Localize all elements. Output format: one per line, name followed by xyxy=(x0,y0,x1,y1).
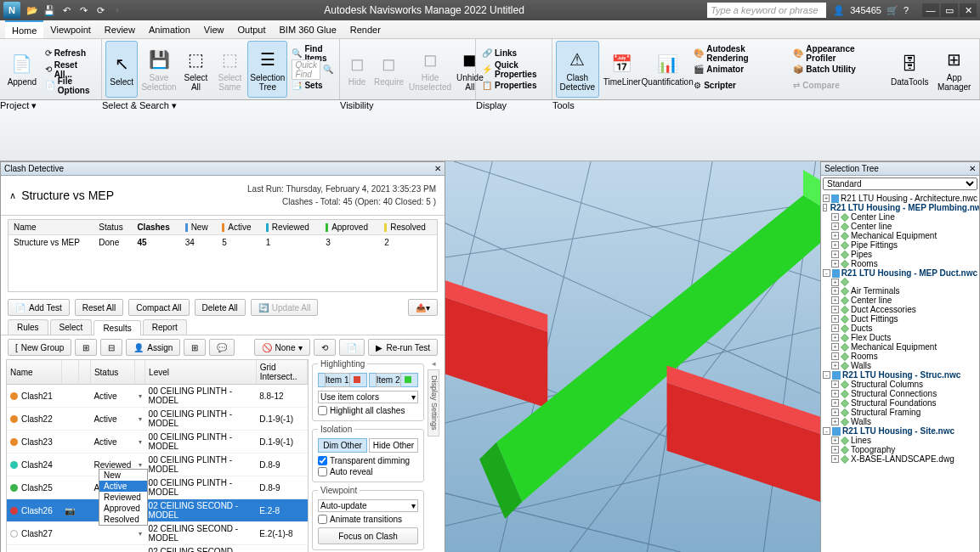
search-box[interactable]: Type a keyword or phrase xyxy=(707,3,826,18)
tree-node[interactable]: +Structural Framing xyxy=(823,408,977,417)
dim-other-toggle[interactable]: Dim Other xyxy=(318,438,367,453)
tree-node[interactable]: +Mechanical Equipment xyxy=(823,342,977,352)
tree-node[interactable]: +Walls xyxy=(823,417,977,426)
item1-toggle[interactable]: Item 1 xyxy=(318,373,367,387)
tree-node[interactable]: -R21 LTU Housing - MEP Plumbing.nwc xyxy=(823,203,977,212)
menu-animation[interactable]: Animation xyxy=(142,20,197,38)
refresh-button[interactable]: ⟳ Refresh xyxy=(42,46,98,61)
append-button[interactable]: 📄Append xyxy=(3,41,41,98)
display-settings-tab[interactable]: Display Settings xyxy=(428,369,439,437)
group-exp-button[interactable]: ⊞ xyxy=(75,339,97,356)
tree-node[interactable]: +X-BASE-LANDSCAPE.dwg xyxy=(823,454,977,464)
app-manager-button[interactable]: ⊞App Manager xyxy=(932,41,976,98)
tree-node[interactable]: +Structural Columns xyxy=(823,380,977,389)
status-option[interactable]: Resolved xyxy=(99,514,147,525)
auto-reveal-checkbox[interactable] xyxy=(318,467,327,476)
datatools-button[interactable]: 🗄DataTools xyxy=(888,41,932,98)
properties-button[interactable]: 📋 Properties xyxy=(479,78,548,93)
isolate-button[interactable]: ⟲ xyxy=(314,339,336,356)
quick-find-input[interactable]: Quick Find xyxy=(292,59,320,80)
animate-transitions-checkbox[interactable] xyxy=(318,515,327,524)
qat-open-icon[interactable]: 📂 xyxy=(25,3,39,17)
highlight-all-checkbox[interactable] xyxy=(318,406,327,415)
3d-viewport[interactable] xyxy=(445,161,820,552)
group-col-button[interactable]: ⊟ xyxy=(100,339,122,356)
animator-button[interactable]: 🎬 Animator xyxy=(691,62,789,77)
status-option[interactable]: New xyxy=(99,470,147,481)
tree-node[interactable]: +Center line xyxy=(823,296,977,305)
sets-button[interactable]: 📑 Sets xyxy=(289,78,336,93)
signin-icon[interactable]: 👤 xyxy=(833,5,845,16)
tab-results[interactable]: Results xyxy=(93,320,140,335)
tree-node[interactable]: +Pipe Fittings xyxy=(823,240,977,250)
item2-toggle[interactable]: Item 2 xyxy=(369,373,418,387)
quick-properties-button[interactable]: ⚡ Quick Properties xyxy=(479,62,548,77)
tree-node[interactable]: +Duct Fittings xyxy=(823,314,977,324)
clash-detective-button[interactable]: ⚠Clash Detective xyxy=(556,41,599,98)
qat-redo-icon[interactable]: ↷ xyxy=(76,3,90,17)
tree-node[interactable]: +Walls xyxy=(823,361,977,370)
scripter-button[interactable]: ⚙ Scripter xyxy=(691,78,789,93)
clash-row[interactable]: Clash23Active▾00 CEILING PLINTH - MODELD… xyxy=(7,431,308,453)
viewpoint-mode-select[interactable]: Auto-update ▾ xyxy=(318,499,418,512)
tree-close-icon[interactable]: ✕ xyxy=(969,164,976,173)
tree-node[interactable]: +Center line xyxy=(823,222,977,231)
tree-node[interactable]: +Flex Ducts xyxy=(823,333,977,342)
selection-tree-button[interactable]: ☰Selection Tree xyxy=(247,41,287,98)
clash-row[interactable]: Clash27▾02 CEILING SECOND - MODELE.2(-1)… xyxy=(7,522,308,545)
tree-node[interactable]: +Structural Foundations xyxy=(823,398,977,408)
menu-bim 360 glue[interactable]: BIM 360 Glue xyxy=(273,20,343,38)
focus-on-clash-button[interactable]: Focus on Clash xyxy=(318,527,418,544)
tree-node[interactable]: +Rooms xyxy=(823,352,977,361)
clash-row[interactable]: Clash22Active▾00 CEILING PLINTH - MODELD… xyxy=(7,408,308,431)
none-filter-button[interactable]: 🚫 None ▾ xyxy=(254,339,311,356)
status-option[interactable]: Reviewed xyxy=(99,492,147,503)
collapse-icon[interactable]: ∧ xyxy=(9,190,16,201)
status-option[interactable]: Approved xyxy=(99,503,147,514)
tree-node[interactable]: +Ducts xyxy=(823,324,977,333)
rerun-button[interactable]: ▶ Re-run Test xyxy=(368,339,438,356)
restore-button[interactable]: ▭ xyxy=(941,3,958,17)
tree-node[interactable]: +Structural Connections xyxy=(823,389,977,398)
panel-close-icon[interactable]: ✕ xyxy=(434,164,441,173)
select-all-button[interactable]: ⬚Select All xyxy=(180,41,212,98)
menu-output[interactable]: Output xyxy=(231,20,273,38)
quantification-button[interactable]: 📊Quantification xyxy=(645,41,689,98)
app-logo[interactable]: N xyxy=(3,2,20,19)
menu-home[interactable]: Home xyxy=(5,20,43,38)
reset-all-button[interactable]: Reset All xyxy=(75,299,123,316)
report-button[interactable]: 📄 xyxy=(339,339,365,356)
appearance-profiler-button[interactable]: 🎨 Appearance Profiler xyxy=(790,46,887,61)
select-button[interactable]: ↖Select xyxy=(105,41,138,98)
compact-all-button[interactable]: Compact All xyxy=(128,299,189,316)
tab-select[interactable]: Select xyxy=(50,319,93,335)
qat-save-icon[interactable]: 💾 xyxy=(42,3,56,17)
links-button[interactable]: 🔗 Links xyxy=(479,46,548,61)
tree-node[interactable]: +Duct Accessories xyxy=(823,305,977,314)
tree-mode-select[interactable]: Standard xyxy=(823,177,977,190)
assign-button[interactable]: 👤 Assign xyxy=(126,339,180,356)
menu-render[interactable]: Render xyxy=(343,20,388,38)
minimize-button[interactable]: — xyxy=(922,3,939,17)
clash-row[interactable]: Clash24Reviewed▾00 CEILING PLINTH - MODE… xyxy=(7,453,308,476)
import-export-button[interactable]: 📤▾ xyxy=(408,299,438,316)
timeliner-button[interactable]: 📅TimeLiner xyxy=(601,41,644,98)
menu-view[interactable]: View xyxy=(197,20,231,38)
rendering-button[interactable]: 🎨 Autodesk Rendering xyxy=(691,46,789,61)
transparent-dimming-checkbox[interactable] xyxy=(318,456,327,465)
clash-row[interactable]: Clash25Approved▾00 CEILING PLINTH - MODE… xyxy=(7,476,308,499)
tree-node[interactable]: +Lines xyxy=(823,436,977,445)
tree-node[interactable]: -R21 LTU Housing - Struc.nwc xyxy=(823,370,977,380)
tree-node[interactable]: +Air Terminals xyxy=(823,286,977,296)
delete-all-button[interactable]: Delete All xyxy=(195,299,246,316)
tree-node[interactable]: +Mechanical Equipment xyxy=(823,231,977,240)
qat-refresh-icon[interactable]: ⟳ xyxy=(93,3,107,17)
add-test-button[interactable]: 📄 Add Test xyxy=(8,299,70,316)
use-colors-select[interactable]: Use item colors ▾ xyxy=(318,391,418,403)
batch-utility-button[interactable]: 📦 Batch Utility xyxy=(790,62,887,77)
tab-rules[interactable]: Rules xyxy=(8,319,48,335)
tree-node[interactable]: + xyxy=(823,278,977,286)
tree-node[interactable]: -R21 LTU Housing - Site.nwc xyxy=(823,426,977,436)
tree-node[interactable]: +Center Line xyxy=(823,212,977,222)
exchange-icon[interactable]: 🛒 xyxy=(887,5,898,16)
